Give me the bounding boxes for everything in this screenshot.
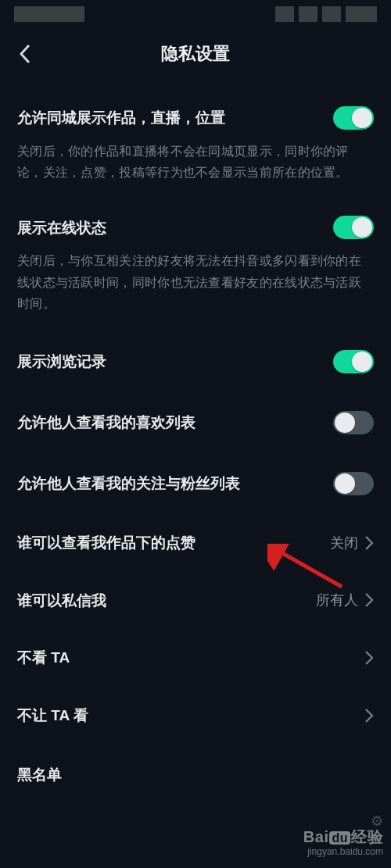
- chevron-right-icon: [364, 592, 374, 608]
- setting-blacklist[interactable]: 黑名单: [17, 745, 374, 785]
- toggle-browse-history[interactable]: [333, 350, 374, 373]
- settings-list: 允许同城展示作品，直播，位置 关闭后，你的作品和直播将不会在同城页显示，同时你的…: [0, 80, 391, 785]
- watermark: ⚙ Baidu经验 jingyan.baidu.com: [303, 828, 383, 857]
- chevron-left-icon: [18, 43, 32, 65]
- setting-who-view-likes[interactable]: 谁可以查看我作品下的点赞 关闭: [17, 514, 374, 572]
- setting-label: 谁可以查看我作品下的点赞: [17, 533, 196, 553]
- setting-label: 允许同城展示作品，直播，位置: [17, 108, 225, 128]
- setting-value: 所有人: [316, 591, 358, 609]
- toggle-view-follow-list[interactable]: [333, 472, 374, 495]
- status-bar: [0, 0, 391, 28]
- setting-label: 允许他人查看我的关注与粉丝列表: [17, 473, 240, 494]
- setting-who-dm[interactable]: 谁可以私信我 所有人: [17, 572, 374, 630]
- setting-browse-history: 展示浏览记录: [17, 331, 374, 392]
- setting-desc: 关闭后，与你互相关注的好友将无法在抖音或多闪看到你的在线状态与活跃时间，同时你也…: [17, 250, 374, 314]
- setting-value: 关闭: [330, 534, 358, 552]
- nav-bar: 隐私设置: [0, 28, 391, 80]
- setting-view-follow-list: 允许他人查看我的关注与粉丝列表: [17, 453, 374, 514]
- setting-online-status: 展示在线状态 关闭后，与你互相关注的好友将无法在抖音或多闪看到你的在线状态与活跃…: [17, 200, 374, 331]
- chevron-right-icon: [364, 708, 374, 723]
- setting-view-like-list: 允许他人查看我的喜欢列表: [17, 392, 374, 453]
- setting-label: 谁可以私信我: [17, 591, 106, 611]
- setting-label: 不看 TA: [17, 648, 70, 668]
- chevron-right-icon: [364, 650, 374, 666]
- setting-label: 展示在线状态: [17, 218, 106, 238]
- setting-label: 允许他人查看我的喜欢列表: [17, 413, 196, 433]
- setting-label: 展示浏览记录: [17, 352, 106, 372]
- toggle-view-like-list[interactable]: [333, 411, 374, 434]
- setting-local-display: 允许同城展示作品，直播，位置 关闭后，你的作品和直播将不会在同城页显示，同时你的…: [17, 80, 374, 200]
- toggle-local-display[interactable]: [333, 106, 374, 130]
- setting-not-let-ta[interactable]: 不让 TA 看: [17, 687, 374, 745]
- setting-desc: 关闭后，你的作品和直播将不会在同城页显示，同时你的评论，关注，点赞，投稿等行为也…: [17, 141, 374, 183]
- setting-not-see-ta[interactable]: 不看 TA: [17, 629, 374, 687]
- setting-label: 不让 TA 看: [17, 705, 88, 726]
- toggle-online-status[interactable]: [333, 216, 374, 239]
- chevron-right-icon: [364, 535, 374, 551]
- back-button[interactable]: [13, 41, 38, 66]
- page-title: 隐私设置: [0, 42, 391, 66]
